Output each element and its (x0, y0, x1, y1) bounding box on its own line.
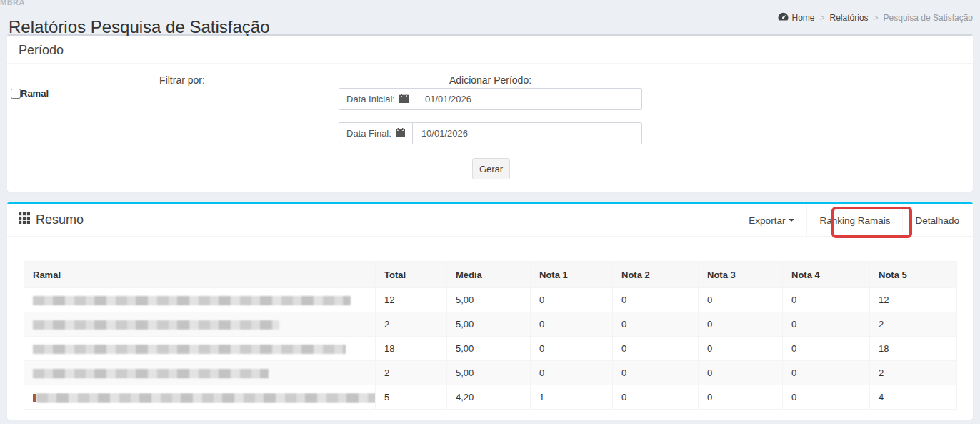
cell-nota4: 0 (783, 361, 870, 385)
calendar-icon (396, 128, 405, 139)
cell-nota5: 2 (870, 361, 957, 385)
cell-ramal (24, 312, 376, 337)
cell-nota1: 0 (531, 312, 613, 337)
clipped-watermark-text: MBRA (0, 0, 25, 6)
col-nota2: Nota 2 (613, 262, 699, 288)
col-nota1: Nota 1 (531, 262, 613, 288)
ramal-checkbox[interactable] (11, 89, 21, 99)
redacted-ramal-name (33, 369, 269, 378)
cell-nota4: 0 (783, 312, 870, 337)
cell-ramal (24, 337, 376, 361)
resumo-table-wrap: Ramal Total Média Nota 1 Nota 2 Nota 3 N… (24, 261, 956, 410)
breadcrumb-relatorios[interactable]: Relatórios (830, 13, 869, 23)
cell-total: 2 (376, 312, 447, 337)
ramal-checkbox-label: Ramal (21, 88, 49, 99)
cell-nota3: 0 (699, 385, 783, 410)
table-row: 18 5,00 0 0 0 0 18 (24, 337, 957, 361)
table-header-row: Ramal Total Média Nota 1 Nota 2 Nota 3 N… (24, 262, 957, 288)
cell-nota2: 0 (613, 361, 699, 385)
cell-nota2: 0 (613, 312, 699, 337)
resumo-title: Resumo (19, 212, 84, 227)
data-final-input[interactable] (413, 123, 641, 144)
resumo-panel: Resumo Exportar Ranking Ramais Detalhado (7, 202, 973, 420)
breadcrumb-home[interactable]: Home (778, 12, 815, 23)
cell-total: 18 (376, 337, 447, 361)
cell-nota3: 0 (699, 288, 783, 312)
cell-nota1: 0 (531, 361, 613, 385)
cell-nota5: 12 (870, 288, 957, 312)
resumo-tabs: Exportar Ranking Ramais Detalhado (736, 204, 971, 236)
page: MBRA Relatórios Pesquisa de Satisfação H… (0, 0, 980, 424)
ramal-filter-checkbox-group[interactable]: Ramal (11, 88, 49, 99)
cell-media: 5,00 (447, 288, 531, 312)
cell-ramal (24, 385, 376, 410)
cell-nota5: 18 (870, 337, 957, 361)
cell-nota3: 0 (699, 312, 783, 337)
breadcrumb-separator: > (820, 13, 825, 23)
page-title: Relatórios Pesquisa de Satisfação (9, 17, 270, 37)
cell-ramal (24, 288, 376, 312)
table-row: 5 4,20 1 0 0 0 4 (24, 385, 957, 410)
breadcrumb: Home > Relatórios > Pesquisa de Satisfaç… (778, 12, 974, 23)
table-row: 12 5,00 0 0 0 0 12 (24, 288, 957, 312)
cell-total: 2 (376, 361, 447, 385)
cell-media: 4,20 (447, 385, 531, 410)
data-inicial-addon[interactable]: Data Inicial: (339, 89, 416, 109)
cell-nota2: 0 (613, 288, 699, 312)
cell-nota5: 4 (870, 385, 957, 410)
cell-ramal (24, 361, 376, 385)
tab-detalhado[interactable]: Detalhado (902, 204, 971, 236)
redacted-ramal-name (33, 320, 279, 330)
data-final-addon[interactable]: Data Final: (339, 123, 413, 144)
redacted-ramal-name (33, 345, 346, 354)
table-row: 2 5,00 0 0 0 0 2 (24, 312, 957, 337)
cell-media: 5,00 (447, 337, 531, 361)
periodo-panel: Período Filtrar por: Ramal Adicionar Per… (7, 34, 973, 192)
redacted-char-fragment (33, 394, 36, 402)
redacted-ramal-name (36, 393, 376, 403)
col-ramal: Ramal (24, 262, 376, 288)
cell-nota3: 0 (699, 337, 783, 361)
col-media: Média (447, 262, 531, 288)
cell-nota5: 2 (870, 312, 957, 337)
redacted-ramal-name (33, 296, 351, 305)
periodo-header-divider (7, 63, 973, 64)
col-total: Total (376, 262, 447, 288)
breadcrumb-separator: > (874, 13, 879, 23)
data-inicial-input[interactable] (416, 89, 641, 109)
cell-nota1: 1 (531, 385, 613, 410)
cell-nota2: 0 (613, 337, 699, 361)
cell-media: 5,00 (447, 312, 531, 337)
dashboard-icon (778, 12, 789, 23)
cell-nota3: 0 (699, 361, 783, 385)
adicionar-periodo-label: Adicionar Período: (339, 74, 642, 86)
cell-nota4: 0 (783, 288, 870, 312)
tab-ranking-ramais[interactable]: Ranking Ramais (806, 204, 902, 236)
data-final-group: Data Final: (339, 122, 642, 144)
cell-nota1: 0 (531, 288, 613, 312)
table-row: 2 5,00 0 0 0 0 2 (24, 361, 957, 385)
cell-nota2: 0 (613, 385, 699, 410)
col-nota4: Nota 4 (783, 262, 870, 288)
col-nota3: Nota 3 (699, 262, 783, 288)
exportar-dropdown[interactable]: Exportar (736, 204, 806, 236)
gerar-button[interactable]: Gerar (472, 158, 510, 179)
cell-nota1: 0 (531, 337, 613, 361)
data-inicial-group: Data Inicial: (339, 88, 642, 110)
cell-total: 12 (376, 288, 447, 312)
resumo-header: Resumo Exportar Ranking Ramais Detalhado (7, 204, 973, 237)
resumo-table: Ramal Total Média Nota 1 Nota 2 Nota 3 N… (24, 261, 957, 410)
cell-media: 5,00 (447, 361, 531, 385)
cell-nota4: 0 (783, 385, 870, 410)
caret-down-icon (789, 219, 794, 222)
grid-icon (19, 212, 30, 227)
cell-total: 5 (376, 385, 447, 410)
periodo-panel-title: Período (19, 43, 64, 58)
filtrar-por-label: Filtrar por: (79, 74, 286, 86)
calendar-icon (399, 94, 409, 105)
breadcrumb-current: Pesquisa de Satisfação (884, 13, 973, 23)
cell-nota4: 0 (783, 337, 870, 361)
resumo-title-label: Resumo (36, 212, 84, 227)
col-nota5: Nota 5 (870, 262, 957, 288)
